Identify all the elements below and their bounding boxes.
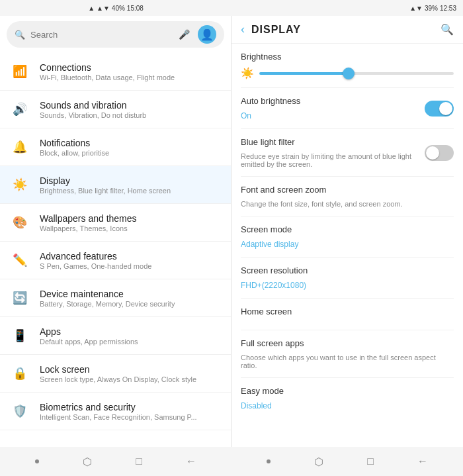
profile-symbol: 👤 bbox=[200, 28, 214, 41]
section-label-screen_resolution: Screen resolution bbox=[241, 265, 454, 275]
search-bar[interactable]: 🔍 🎤 👤 bbox=[7, 21, 224, 48]
item-subtitle-advanced: S Pen, Games, One-handed mode bbox=[40, 262, 223, 270]
toggle-thumb-auto_brightness bbox=[439, 102, 452, 115]
nav-bar-right: ⬡ □ ← bbox=[232, 447, 463, 476]
section-label-full_screen_apps: Full screen apps bbox=[241, 338, 454, 348]
battery-right: 39% bbox=[425, 5, 438, 12]
item-title-apps: Apps bbox=[40, 326, 223, 337]
display-section-screen_resolution[interactable]: Screen resolution FHD+(2220x1080) bbox=[241, 258, 454, 299]
item-subtitle-apps: Default apps, App permissions bbox=[40, 338, 223, 346]
item-subtitle-display: Brightness, Blue light filter, Home scre… bbox=[40, 187, 223, 195]
icon-sounds: 🔊 bbox=[8, 97, 32, 121]
nav-back-right[interactable]: ← bbox=[417, 455, 428, 467]
right-status-bar: ▲▼ 39% 12:53 bbox=[232, 0, 463, 16]
icon-lock: 🔒 bbox=[8, 361, 32, 385]
time-right: 12:53 bbox=[440, 5, 456, 12]
section-value-easy_mode: Disabled bbox=[241, 401, 454, 410]
display-section-screen_mode[interactable]: Screen mode Adaptive display bbox=[241, 216, 454, 258]
time-left: 15:08 bbox=[127, 5, 144, 12]
battery-left: 40% bbox=[112, 5, 125, 12]
nav-recent-right[interactable]: ⬡ bbox=[314, 455, 323, 468]
icon-wallpapers: 🎨 bbox=[8, 211, 32, 234]
brightness-slider[interactable]: ☀️ bbox=[241, 67, 454, 79]
nav-dot-left bbox=[35, 459, 39, 463]
toggle-row-auto_brightness: Auto brightness On bbox=[241, 96, 454, 120]
item-subtitle-notifications: Block, allow, prioritise bbox=[40, 149, 223, 157]
item-title-notifications: Notifications bbox=[40, 138, 223, 148]
profile-icon[interactable]: 👤 bbox=[198, 25, 216, 44]
item-subtitle-biometrics: Intelligent Scan, Face Recognition, Sams… bbox=[40, 413, 223, 421]
right-header: ‹ DISPLAY 🔍 bbox=[232, 16, 463, 44]
slider-track[interactable] bbox=[259, 72, 454, 75]
display-section-font_zoom[interactable]: Font and screen zoom Change the font siz… bbox=[241, 177, 454, 216]
item-title-biometrics: Biometrics and security bbox=[40, 402, 223, 412]
sun-icon: ☀️ bbox=[241, 67, 254, 79]
brightness-label: Brightness bbox=[241, 52, 454, 62]
item-subtitle-lock: Screen lock type, Always On Display, Clo… bbox=[40, 375, 223, 383]
left-panel: 🔍 🎤 👤 📶 Connections Wi-Fi, Bluetooth, Da… bbox=[0, 16, 232, 447]
item-subtitle-connections: Wi-Fi, Bluetooth, Data usage, Flight mod… bbox=[40, 73, 223, 81]
settings-item-device[interactable]: 🔄 Device maintenance Battery, Storage, M… bbox=[0, 279, 231, 317]
search-right-icon[interactable]: 🔍 bbox=[441, 23, 454, 36]
nav-bars: ⬡ □ ← ⬡ □ ← bbox=[0, 447, 463, 476]
section-value-screen_mode: Adaptive display bbox=[241, 240, 454, 249]
settings-item-sounds[interactable]: 🔊 Sounds and vibration Sounds, Vibration… bbox=[0, 91, 231, 128]
search-icon: 🔍 bbox=[15, 30, 25, 40]
settings-item-connections[interactable]: 📶 Connections Wi-Fi, Bluetooth, Data usa… bbox=[0, 53, 231, 91]
display-section-brightness: Brightness ☀️ bbox=[241, 44, 454, 88]
icon-biometrics: 🛡️ bbox=[8, 399, 32, 423]
icon-connections: 📶 bbox=[8, 60, 32, 83]
status-bars: ▲ ▲▼ 40% 15:08 ▲▼ 39% 12:53 bbox=[0, 0, 463, 16]
nav-home-left[interactable]: □ bbox=[136, 455, 142, 467]
item-subtitle-wallpapers: Wallpapers, Themes, Icons bbox=[40, 224, 223, 232]
icon-notifications: 🔔 bbox=[8, 135, 32, 159]
display-section-auto_brightness[interactable]: Auto brightness On bbox=[241, 88, 454, 129]
nav-back-left[interactable]: ← bbox=[186, 455, 196, 467]
wifi-right-icon: ▲▼ bbox=[409, 5, 423, 12]
nav-bar-left: ⬡ □ ← bbox=[0, 447, 232, 476]
wifi-icon: ▲ bbox=[88, 5, 95, 12]
nav-recent-left[interactable]: ⬡ bbox=[83, 455, 92, 468]
nav-home-right[interactable]: □ bbox=[367, 455, 374, 467]
search-input[interactable] bbox=[30, 30, 173, 40]
section-value-auto_brightness: On bbox=[241, 111, 300, 120]
signal-icon: ▲▼ bbox=[97, 5, 110, 12]
display-section-blue_light[interactable]: Blue light filter Reduce eye strain by l… bbox=[241, 129, 454, 177]
toggle-auto_brightness[interactable] bbox=[425, 101, 454, 117]
toggle-thumb-blue_light bbox=[426, 146, 439, 160]
section-sublabel-blue_light: Reduce eye strain by limiting the amount… bbox=[241, 152, 425, 168]
left-status-bar: ▲ ▲▼ 40% 15:08 bbox=[0, 0, 232, 16]
item-title-sounds: Sounds and vibration bbox=[40, 100, 223, 111]
item-title-advanced: Advanced features bbox=[40, 251, 223, 262]
section-label-auto_brightness: Auto brightness bbox=[241, 96, 300, 106]
section-sublabel-font_zoom: Change the font size, font style, and sc… bbox=[241, 200, 454, 208]
item-subtitle-device: Battery, Storage, Memory, Device securit… bbox=[40, 300, 223, 308]
section-label-easy_mode: Easy mode bbox=[241, 386, 454, 396]
settings-item-wallpapers[interactable]: 🎨 Wallpapers and themes Wallpapers, Them… bbox=[0, 204, 231, 242]
display-section-easy_mode[interactable]: Easy mode Disabled bbox=[241, 378, 454, 418]
section-label-screen_mode: Screen mode bbox=[241, 224, 454, 234]
settings-item-advanced[interactable]: ✏️ Advanced features S Pen, Games, One-h… bbox=[0, 242, 231, 279]
item-title-device: Device maintenance bbox=[40, 289, 223, 299]
display-section-full_screen_apps[interactable]: Full screen apps Choose which apps you w… bbox=[241, 330, 454, 378]
right-panel-title: DISPLAY bbox=[251, 24, 434, 36]
section-sublabel-full_screen_apps: Choose which apps you want to use in the… bbox=[241, 354, 454, 369]
slider-thumb[interactable] bbox=[343, 68, 355, 79]
item-subtitle-sounds: Sounds, Vibration, Do not disturb bbox=[40, 111, 223, 119]
toggle-row-blue_light: Blue light filter Reduce eye strain by l… bbox=[241, 137, 454, 168]
settings-item-notifications[interactable]: 🔔 Notifications Block, allow, prioritise bbox=[0, 128, 231, 166]
mic-icon[interactable]: 🎤 bbox=[179, 29, 190, 40]
section-label-font_zoom: Font and screen zoom bbox=[241, 185, 454, 195]
section-value-screen_resolution: FHD+(2220x1080) bbox=[241, 281, 454, 290]
toggle-blue_light[interactable] bbox=[425, 145, 454, 161]
right-panel: ‹ DISPLAY 🔍 Brightness ☀️ Auto brightnes… bbox=[232, 16, 463, 447]
display-settings-list: Brightness ☀️ Auto brightness On bbox=[232, 44, 463, 447]
main-content: 🔍 🎤 👤 📶 Connections Wi-Fi, Bluetooth, Da… bbox=[0, 16, 463, 447]
left-status-icons: ▲ ▲▼ 40% 15:08 bbox=[88, 5, 144, 12]
settings-item-apps[interactable]: 📱 Apps Default apps, App permissions bbox=[0, 317, 231, 355]
settings-item-lock[interactable]: 🔒 Lock screen Screen lock type, Always O… bbox=[0, 355, 231, 393]
settings-item-biometrics[interactable]: 🛡️ Biometrics and security Intelligent S… bbox=[0, 393, 231, 430]
back-button[interactable]: ‹ bbox=[241, 23, 245, 36]
settings-item-display[interactable]: ☀️ Display Brightness, Blue light filter… bbox=[0, 166, 231, 204]
display-section-home_screen[interactable]: Home screen bbox=[241, 299, 454, 330]
